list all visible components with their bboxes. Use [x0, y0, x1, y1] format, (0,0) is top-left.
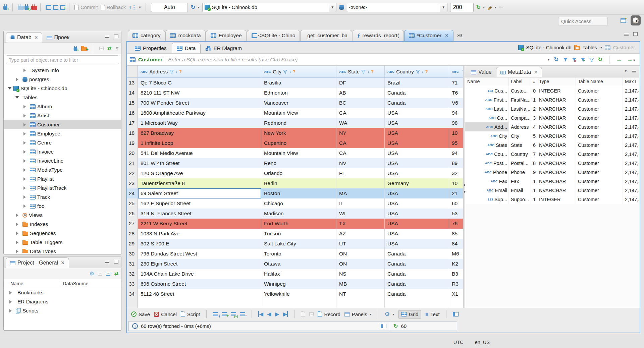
- cell-postal[interactable]: T6: [449, 88, 463, 98]
- row-number[interactable]: 25: [127, 198, 138, 209]
- tab-database-navigator[interactable]: Datab ✕: [6, 32, 42, 43]
- cell-city[interactable]: Mountain View: [261, 108, 336, 118]
- cell-postal[interactable]: 32: [449, 168, 463, 178]
- cell-address[interactable]: 801 W 4th Street: [138, 158, 261, 168]
- row-number[interactable]: 21: [127, 158, 138, 168]
- cell-address[interactable]: 696 Osborne Street: [138, 279, 261, 289]
- editor-subtab[interactable]: ER Diagram: [201, 43, 247, 53]
- expand-arrow-icon[interactable]: [16, 241, 20, 244]
- cell-postal[interactable]: 10: [449, 178, 463, 188]
- cell-address[interactable]: 194A Chain Lake Drive: [138, 269, 261, 279]
- row-number[interactable]: 32: [127, 269, 138, 279]
- transaction-log-button[interactable]: T⋮▾: [128, 4, 141, 10]
- reconnect-icon[interactable]: ↻: [24, 6, 29, 10]
- more-tabs-indicator[interactable]: »5: [457, 32, 463, 39]
- link-with-editor-icon[interactable]: [107, 45, 112, 51]
- grid-column-header[interactable]: ABC ↕ ?: [449, 66, 463, 77]
- cell-country[interactable]: USA: [385, 229, 449, 239]
- cell-address[interactable]: 2211 W Berry Street: [138, 219, 261, 229]
- expand-arrow-icon[interactable]: [16, 250, 20, 253]
- minimize-icon[interactable]: [632, 70, 636, 72]
- cell-city[interactable]: Reno: [261, 158, 336, 168]
- export-icon[interactable]: [301, 311, 305, 317]
- refresh-icon[interactable]: [598, 57, 602, 62]
- row-number[interactable]: 31: [127, 259, 138, 269]
- metadata-row[interactable]: ABCCo... Compa... 3 NVARCHAR Customer 2,…: [465, 113, 639, 122]
- cell-address[interactable]: 302 S 700 E: [138, 239, 261, 249]
- tree-item[interactable]: postgres: [4, 75, 121, 84]
- commit-button[interactable]: Commit: [74, 4, 98, 10]
- cell-state[interactable]: CA: [336, 108, 385, 118]
- expand-arrow-icon[interactable]: [9, 300, 13, 303]
- cell-state[interactable]: NY: [336, 128, 385, 138]
- tree-item[interactable]: SQLite - Chinook.db: [4, 84, 121, 93]
- first-row-icon[interactable]: ◀: [258, 311, 263, 317]
- row-number[interactable]: 29: [127, 239, 138, 249]
- maximize-icon[interactable]: [114, 260, 118, 264]
- cell-city[interactable]: Brasília: [261, 78, 336, 88]
- quick-access-input[interactable]: [558, 17, 608, 26]
- panel-splitter[interactable]: [463, 66, 465, 308]
- filter-add-icon[interactable]: +: [581, 58, 585, 62]
- row-number[interactable]: 14: [127, 88, 138, 98]
- commit-mode-combo[interactable]: Auto: [151, 3, 188, 12]
- row-number[interactable]: 20: [127, 148, 138, 158]
- grid-column-header[interactable]: ABC Address ↕ ?: [138, 66, 261, 77]
- cell-postal[interactable]: 98: [449, 118, 463, 128]
- new-connection-icon[interactable]: +: [3, 6, 7, 10]
- expand-arrow-icon[interactable]: [23, 195, 28, 199]
- expand-arrow-icon[interactable]: [23, 123, 28, 126]
- cell-state[interactable]: IL: [336, 198, 385, 209]
- fetch-all-button[interactable]: ▾: [476, 4, 485, 10]
- row-number[interactable]: 23: [127, 178, 138, 188]
- expand-arrow-icon[interactable]: [23, 159, 28, 163]
- cell-state[interactable]: ON: [336, 259, 385, 269]
- expand-arrow-icon[interactable]: [23, 177, 28, 181]
- row-number[interactable]: 28: [127, 229, 138, 239]
- expand-arrow-icon[interactable]: [16, 232, 20, 235]
- cell-address[interactable]: 1 Infinite Loop: [138, 138, 261, 148]
- filter-input[interactable]: Enter a SQL expression to filter results…: [168, 57, 298, 63]
- tree-item[interactable]: MediaType: [4, 165, 121, 174]
- undo-icon[interactable]: [499, 4, 503, 10]
- record-button[interactable]: Record: [318, 311, 340, 317]
- cell-country[interactable]: Canada: [385, 269, 449, 279]
- tree-item[interactable]: Invoice: [4, 147, 121, 156]
- column-filter-icon[interactable]: [361, 70, 366, 74]
- cell-address[interactable]: 1033 N Park Ave: [138, 229, 261, 239]
- metadata-row[interactable]: ABCFax Fax 1 NVARCHAR Customer 2,147,483: [465, 177, 639, 186]
- cell-country[interactable]: USA: [385, 118, 449, 128]
- cell-postal[interactable]: 94: [449, 148, 463, 158]
- cancel-button[interactable]: ✕Cancel: [154, 311, 177, 317]
- cell-city[interactable]: Mountain View: [261, 148, 336, 158]
- breadcrumb-entity[interactable]: Customer: [613, 45, 635, 50]
- row-number[interactable]: 15: [127, 98, 138, 108]
- transaction-history-button[interactable]: ▾: [191, 4, 199, 10]
- expand-arrow-icon[interactable]: [15, 96, 19, 101]
- cell-country[interactable]: USA: [385, 239, 449, 249]
- expand-arrow-icon[interactable]: [23, 141, 28, 144]
- view-menu-icon[interactable]: ▾: [625, 69, 627, 73]
- cell-address[interactable]: 1600 Amphitheatre Parkway: [138, 108, 261, 118]
- row-number[interactable]: 18: [127, 128, 138, 138]
- add-row-icon[interactable]: +: [222, 312, 227, 316]
- cell-city[interactable]: Boston: [261, 188, 336, 198]
- grid-column-header[interactable]: ABC Country ↕ ?: [385, 66, 449, 77]
- cell-city[interactable]: Cupertino: [261, 138, 336, 148]
- tree-item[interactable]: Indexes: [4, 220, 121, 229]
- cell-address[interactable]: Qe 7 Bloco G: [138, 78, 261, 88]
- cell-state[interactable]: AB: [336, 88, 385, 98]
- editor-tab[interactable]: Employee ✕: [206, 30, 247, 41]
- metadata-row[interactable]: 123Sup... Suppo... 1 INTEGER Customer 2,…: [465, 195, 639, 204]
- filter-remove-icon[interactable]: x: [572, 58, 576, 62]
- sort-question-icon[interactable]: ?: [293, 69, 296, 74]
- expand-arrow-icon[interactable]: [23, 205, 28, 208]
- sort-icon[interactable]: ↕: [422, 69, 424, 74]
- sort-question-icon[interactable]: ?: [179, 69, 182, 74]
- cell-city[interactable]: Edmonton: [261, 88, 336, 98]
- cell-country[interactable]: Canada: [385, 259, 449, 269]
- cell-country[interactable]: Canada: [385, 249, 449, 259]
- cell-city[interactable]: Redmond: [261, 118, 336, 128]
- cell-state[interactable]: CA: [336, 138, 385, 148]
- cell-postal[interactable]: 95: [449, 138, 463, 148]
